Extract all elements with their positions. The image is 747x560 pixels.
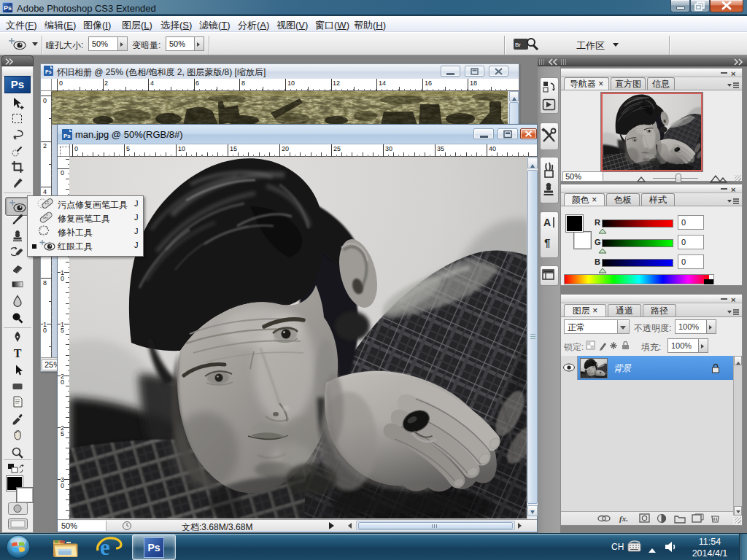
svg-text:T: T [14,347,22,359]
svg-text:A: A [543,217,551,228]
svg-text:Ps: Ps [63,133,71,139]
svg-text:fx.: fx. [619,514,628,523]
svg-text:Br: Br [515,42,521,48]
svg-text:Ps: Ps [45,69,52,74]
svg-text:¶: ¶ [544,236,550,249]
